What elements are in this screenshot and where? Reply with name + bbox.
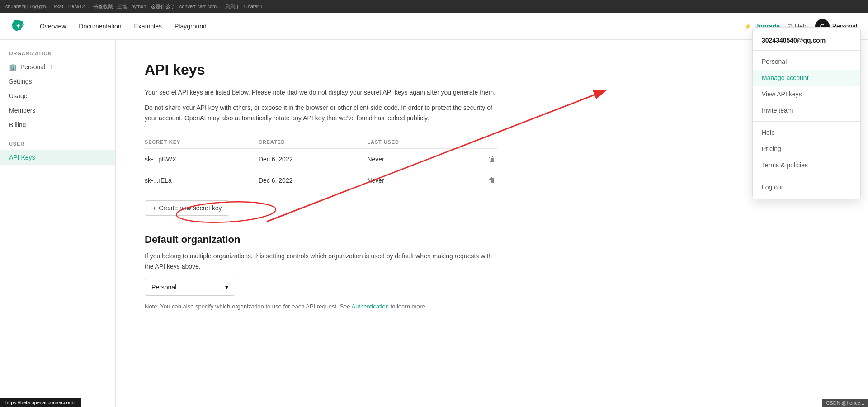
dropdown-help[interactable]: Help — [753, 124, 860, 141]
create-secret-key-button[interactable]: + Create new secret key — [145, 200, 229, 216]
create-key-label: Create new secret key — [159, 204, 222, 212]
plus-icon: + — [152, 204, 156, 212]
last-used-2: Never — [367, 170, 468, 191]
sidebar-personal-label: Personal — [20, 63, 45, 71]
page-title: API keys — [145, 62, 839, 78]
org-select[interactable]: Personal ▾ — [145, 279, 235, 296]
description-2: Do not share your API key with others, o… — [145, 103, 497, 123]
nav-documentation[interactable]: Documentation — [79, 23, 121, 30]
sidebar-api-keys-label: API Keys — [9, 154, 35, 161]
dropdown-pricing[interactable]: Pricing — [753, 141, 860, 157]
last-used-1: Never — [367, 149, 468, 170]
key-value-2: sk-...rELa — [145, 170, 259, 191]
sidebar-user-section: USER API Keys — [0, 141, 115, 165]
col-secret-key: SECRET KEY — [145, 136, 259, 149]
sidebar-item-personal[interactable]: 🏢 Personal ℹ — [0, 60, 115, 74]
sidebar-item-api-keys[interactable]: API Keys — [0, 150, 115, 165]
status-bar: https://beta.openai.com/account — [0, 398, 81, 407]
dropdown-menu: 3024340540@qq.com Personal Manage accoun… — [752, 27, 861, 199]
col-created: CREATED — [259, 136, 368, 149]
delete-key-2[interactable]: 🗑 — [488, 176, 495, 184]
nav-examples[interactable]: Examples — [134, 23, 162, 30]
col-actions — [468, 136, 497, 149]
navbar: ✦ Overview Documentation Examples Playgr… — [0, 13, 868, 40]
main-layout: ORGANIZATION 🏢 Personal ℹ Settings Usage… — [0, 40, 868, 407]
default-org-title: Default organization — [145, 234, 839, 246]
key-value-1: sk-...pBWX — [145, 149, 259, 170]
dropdown-manage-account[interactable]: Manage account — [753, 70, 860, 86]
table-row: sk-...rELa Dec 6, 2022 Never 🗑 — [145, 170, 497, 191]
building-icon: 🏢 — [9, 63, 17, 71]
dropdown-divider-2 — [753, 121, 860, 122]
org-section-label: ORGANIZATION — [0, 51, 115, 56]
chevron-down-icon: ▾ — [225, 284, 228, 291]
dropdown-email: 3024340540@qq.com — [753, 31, 860, 47]
authentication-link[interactable]: Authentication — [351, 303, 388, 310]
sidebar-org-section: ORGANIZATION 🏢 Personal ℹ Settings Usage… — [0, 51, 115, 132]
created-date-1: Dec 6, 2022 — [259, 149, 368, 170]
sidebar: ORGANIZATION 🏢 Personal ℹ Settings Usage… — [0, 40, 116, 407]
dropdown-view-api-keys[interactable]: View API keys — [753, 86, 860, 102]
nav-playground[interactable]: Playground — [175, 23, 207, 30]
default-org-desc: If you belong to multiple organizations,… — [145, 251, 497, 271]
description-1: Your secret API keys are listed below. P… — [145, 87, 497, 97]
csdn-badge: CSDN @hence... — [822, 399, 868, 407]
openai-logo[interactable]: ✦ — [11, 19, 25, 33]
dropdown-divider-1 — [753, 50, 860, 51]
browser-tabs: chuanshijiluk@gm... kkat 10/N/12... 书签收藏… — [5, 3, 263, 10]
sidebar-item-settings[interactable]: Settings — [0, 74, 115, 89]
sidebar-billing-label: Billing — [9, 121, 26, 128]
user-section-label: USER — [0, 141, 115, 147]
info-icon: ℹ — [51, 64, 53, 71]
sidebar-members-label: Members — [9, 107, 35, 114]
upgrade-icon: ⚡ — [744, 23, 752, 30]
sidebar-item-billing[interactable]: Billing — [0, 118, 115, 132]
nav-overview[interactable]: Overview — [40, 23, 66, 30]
sidebar-item-usage[interactable]: Usage — [0, 89, 115, 103]
dropdown-invite-team[interactable]: Invite team — [753, 102, 860, 118]
dropdown-logout[interactable]: Log out — [753, 179, 860, 195]
browser-bar: chuanshijiluk@gm... kkat 10/N/12... 书签收藏… — [0, 0, 868, 13]
dropdown-divider-3 — [753, 176, 860, 176]
table-row: sk-...pBWX Dec 6, 2022 Never 🗑 — [145, 149, 497, 170]
dropdown-personal[interactable]: Personal — [753, 53, 860, 70]
col-last-used: LAST USED — [367, 136, 468, 149]
svg-text:✦: ✦ — [16, 23, 21, 29]
sidebar-settings-label: Settings — [9, 78, 32, 85]
note-text: Note: You can also specify which organiz… — [145, 303, 497, 310]
sidebar-usage-label: Usage — [9, 92, 27, 99]
dropdown-terms[interactable]: Terms & policies — [753, 157, 860, 173]
navbar-links: Overview Documentation Examples Playgrou… — [40, 23, 730, 30]
api-keys-table: SECRET KEY CREATED LAST USED sk-...pBWX … — [145, 136, 497, 191]
status-url: https://beta.openai.com/account — [5, 400, 76, 405]
created-date-2: Dec 6, 2022 — [259, 170, 368, 191]
sidebar-item-members[interactable]: Members — [0, 103, 115, 118]
org-select-value: Personal — [151, 284, 176, 291]
delete-key-1[interactable]: 🗑 — [488, 155, 495, 163]
